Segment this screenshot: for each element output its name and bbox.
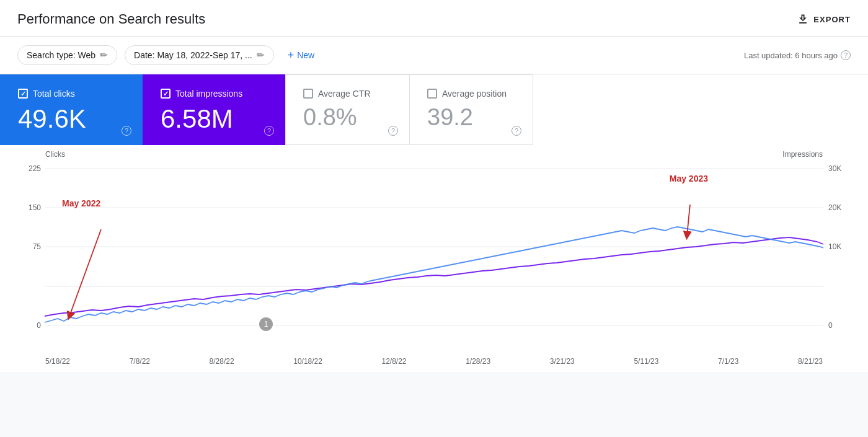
page-title: Performance on Search results xyxy=(17,11,205,27)
x-label-1: 7/8/22 xyxy=(130,357,150,366)
position-help-icon[interactable]: ? xyxy=(512,126,521,136)
date-filter[interactable]: Date: May 18, 2022-Sep 17, ... ✏ xyxy=(125,45,274,65)
x-label-6: 3/21/23 xyxy=(550,357,575,366)
svg-text:150: 150 xyxy=(29,203,41,212)
svg-text:10K: 10K xyxy=(828,242,841,251)
metric-help-ctr[interactable]: ? xyxy=(388,125,398,136)
metric-label-clicks: Total clicks xyxy=(33,89,75,99)
x-label-3: 10/18/22 xyxy=(293,357,322,366)
last-updated-text: Last updated: 6 hours ago xyxy=(744,51,838,60)
metric-checkbox-clicks[interactable] xyxy=(18,89,28,99)
impressions-help-icon[interactable]: ? xyxy=(264,126,274,136)
chart-container: Clicks Impressions May 2022 May 2023 225… xyxy=(0,145,868,372)
metric-card-average-position[interactable]: Average position 39.2 ? xyxy=(409,74,533,145)
metric-help-clicks[interactable]: ? xyxy=(122,125,131,136)
metric-value-position: 39.2 xyxy=(427,105,515,131)
metric-checkbox-impressions[interactable] xyxy=(161,89,170,99)
x-axis-labels: 5/18/22 7/8/22 8/28/22 10/18/22 12/8/22 … xyxy=(17,355,851,366)
x-label-9: 8/21/23 xyxy=(798,357,823,366)
metric-label-ctr: Average CTR xyxy=(318,89,371,99)
metric-value-ctr: 0.8% xyxy=(303,105,392,131)
x-label-4: 12/8/22 xyxy=(382,357,407,366)
x-label-8: 7/1/23 xyxy=(718,357,738,366)
export-button[interactable]: EXPORT xyxy=(797,13,851,25)
page-header: Performance on Search results EXPORT xyxy=(0,0,868,36)
annotation-may2023: May 2023 xyxy=(670,174,708,183)
metric-help-position[interactable]: ? xyxy=(512,125,521,136)
metric-card-total-impressions[interactable]: Total impressions 6.58M ? xyxy=(143,74,285,145)
metric-value-impressions: 6.58M xyxy=(161,105,268,133)
svg-line-14 xyxy=(687,205,690,236)
metrics-section: Total clicks 49.6K ? Total impressions 6… xyxy=(0,74,868,145)
metrics-row: Total clicks 49.6K ? Total impressions 6… xyxy=(0,74,868,145)
metric-header-impressions: Total impressions xyxy=(161,89,268,99)
axis-titles-row: Clicks Impressions xyxy=(17,145,851,160)
metric-header-clicks: Total clicks xyxy=(18,89,125,99)
svg-text:225: 225 xyxy=(29,164,41,173)
left-axis-title: Clicks xyxy=(45,150,65,159)
last-updated-help-icon[interactable]: ? xyxy=(841,50,851,60)
svg-text:0: 0 xyxy=(37,321,41,330)
svg-text:30K: 30K xyxy=(828,164,841,173)
metric-checkbox-ctr[interactable] xyxy=(303,89,313,99)
date-label: Date: May 18, 2022-Sep 17, ... xyxy=(134,50,252,60)
metric-header-ctr: Average CTR xyxy=(303,89,392,99)
x-label-7: 5/11/23 xyxy=(634,357,658,366)
export-label: EXPORT xyxy=(813,15,851,24)
metric-label-position: Average position xyxy=(442,89,507,99)
metric-help-impressions[interactable]: ? xyxy=(264,125,274,136)
ctr-help-icon[interactable]: ? xyxy=(388,126,398,136)
performance-chart: 225 150 75 0 30K 20K 10K 0 xyxy=(17,162,851,342)
clicks-help-icon[interactable]: ? xyxy=(122,126,131,136)
search-type-filter[interactable]: Search type: Web ✏ xyxy=(17,45,117,65)
x-label-5: 1/28/23 xyxy=(466,357,490,366)
svg-text:20K: 20K xyxy=(828,203,841,212)
x-label-2: 8/28/22 xyxy=(210,357,234,366)
new-label: New xyxy=(297,50,314,60)
chart-area: May 2022 May 2023 225 150 75 0 30K 20K 1… xyxy=(17,162,851,355)
right-axis-title: Impressions xyxy=(782,150,823,159)
svg-text:75: 75 xyxy=(33,242,42,251)
filters-bar: Search type: Web ✏ Date: May 18, 2022-Se… xyxy=(0,37,868,74)
x-label-0: 5/18/22 xyxy=(45,357,70,366)
metric-card-average-ctr[interactable]: Average CTR 0.8% ? xyxy=(285,74,409,145)
svg-line-13 xyxy=(69,229,101,316)
search-type-edit-icon: ✏ xyxy=(100,50,108,61)
metric-value-clicks: 49.6K xyxy=(18,105,125,133)
clicks-line xyxy=(45,227,823,322)
metric-checkbox-position[interactable] xyxy=(427,89,437,99)
new-button[interactable]: + New xyxy=(281,46,321,64)
metric-card-total-clicks[interactable]: Total clicks 49.6K ? xyxy=(0,74,143,145)
annotation-may2022: May 2022 xyxy=(62,198,100,208)
svg-text:0: 0 xyxy=(828,321,833,330)
metric-label-impressions: Total impressions xyxy=(175,89,242,99)
search-type-label: Search type: Web xyxy=(27,50,95,60)
plus-icon: + xyxy=(288,50,294,61)
impressions-line xyxy=(45,237,823,316)
metric-header-position: Average position xyxy=(427,89,515,99)
export-icon xyxy=(797,13,809,25)
date-edit-icon: ✏ xyxy=(257,50,265,61)
last-updated: Last updated: 6 hours ago ? xyxy=(744,50,851,60)
